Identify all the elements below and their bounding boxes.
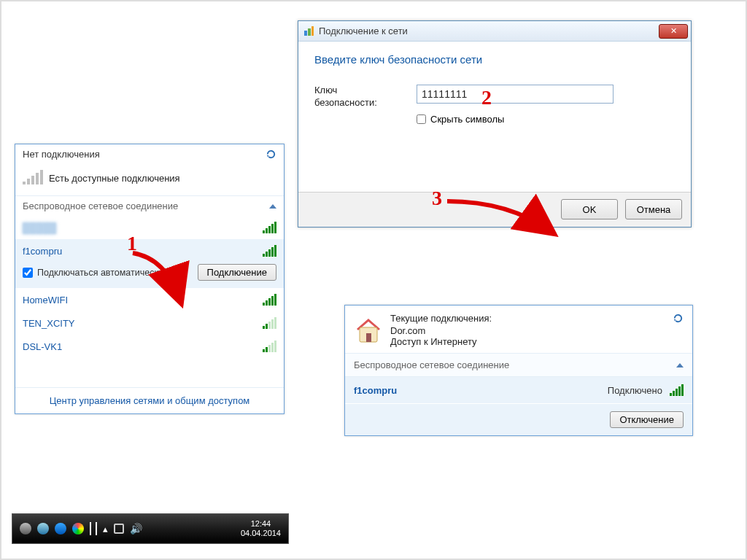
network-name: f1compru: [354, 385, 397, 396]
wireless-category[interactable]: Беспроводное сетевое соединение: [345, 353, 692, 377]
taskbar-time: 12:44: [241, 519, 281, 529]
wifi-icon: [263, 317, 276, 329]
refresh-icon[interactable]: [266, 149, 276, 160]
network-name: f1compru: [23, 246, 62, 257]
taskbar-date: 04.04.2014: [241, 529, 281, 538]
svg-rect-0: [304, 31, 307, 36]
tray-icon[interactable]: [72, 523, 84, 534]
wireless-category[interactable]: Беспроводное сетевое соединение: [15, 196, 284, 216]
network-name-blurred: █████: [23, 222, 56, 233]
close-button[interactable]: ✕: [659, 24, 688, 39]
chevron-up-icon: [269, 204, 276, 209]
refresh-icon[interactable]: [673, 313, 684, 324]
dialog-body: Введите ключ безопасности сети Ключ безо…: [298, 42, 691, 192]
network-item[interactable]: DSL-VK1: [15, 335, 284, 358]
network-center-link[interactable]: Центр управления сетями и общим доступом: [15, 387, 284, 413]
shield-network-icon: [303, 26, 314, 37]
dialog-title: Подключение к сети: [319, 26, 408, 36]
auto-connect-label: Подключаться автоматически: [37, 268, 163, 278]
signal-bars-icon: [23, 170, 43, 184]
network-item[interactable]: HomeWIFI: [15, 288, 284, 311]
current-connections-flyout: Текущие подключения: Dor.com Доступ к Ин…: [344, 305, 693, 436]
svg-rect-1: [308, 28, 311, 36]
taskbar: ▴ 🔊 12:44 04.04.2014: [12, 513, 289, 544]
network-item-connected[interactable]: f1compru Подключено: [345, 377, 692, 403]
tray-icon[interactable]: [20, 523, 31, 534]
auto-connect-checkbox[interactable]: Подключаться автоматически: [23, 268, 163, 278]
wifi-icon: [263, 222, 276, 233]
category-label: Беспроводное сетевое соединение: [23, 201, 178, 211]
network-name: HomeWIFI: [23, 295, 68, 306]
wifi-icon: [670, 384, 684, 396]
status-text: Есть доступные подключения: [49, 173, 180, 184]
connect-button[interactable]: Подключение: [198, 264, 276, 281]
taskbar-clock[interactable]: 12:44 04.04.2014: [241, 519, 281, 538]
key-label: Ключ безопасности:: [314, 85, 395, 109]
connect-dialog: Подключение к сети ✕ Введите ключ безопа…: [298, 20, 692, 228]
disconnect-button[interactable]: Отключение: [610, 411, 684, 428]
dialog-heading: Введите ключ безопасности сети: [314, 53, 675, 66]
wifi-icon: [263, 294, 276, 306]
network-item-blurred[interactable]: █████: [15, 216, 284, 239]
tray-icon[interactable]: [114, 524, 124, 534]
wifi-icon: [263, 341, 276, 352]
network-item[interactable]: TEN_XCITY: [15, 311, 284, 335]
svg-rect-2: [311, 26, 314, 36]
tray-icon[interactable]: [90, 522, 97, 535]
home-network-icon: [354, 317, 383, 343]
chevron-up-icon: [676, 363, 684, 368]
network-name: DSL-VK1: [23, 341, 62, 352]
svg-rect-5: [366, 333, 371, 342]
tray-icon[interactable]: [37, 523, 49, 534]
volume-icon[interactable]: 🔊: [130, 523, 142, 534]
flyout-title: Нет подключения: [23, 149, 100, 160]
status-line: Есть доступные подключения: [15, 164, 284, 196]
ok-button[interactable]: OK: [561, 199, 618, 219]
network-row[interactable]: f1compru: [15, 239, 284, 260]
dialog-footer: OK Отмена: [298, 192, 691, 227]
network-item-selected: f1compru Подключаться автоматически Подк…: [15, 239, 284, 288]
security-key-input[interactable]: [417, 85, 614, 104]
title-bar: Подключение к сети ✕: [298, 21, 691, 42]
category-label: Беспроводное сетевое соединение: [354, 359, 509, 370]
network-name: TEN_XCITY: [23, 318, 75, 329]
flyout-header: Текущие подключения: Dor.com Доступ к Ин…: [345, 306, 692, 353]
auto-connect-input[interactable]: [23, 268, 33, 278]
connection-status: Доступ к Интернету: [390, 336, 492, 347]
hide-chars-label: Скрыть символы: [430, 114, 504, 125]
connections-title: Текущие подключения:: [390, 313, 492, 324]
network-flyout: Нет подключения Есть доступные подключен…: [15, 144, 285, 414]
tray-icon[interactable]: [55, 523, 66, 534]
connection-name: Dor.com: [390, 325, 492, 336]
chevron-up-icon[interactable]: ▴: [103, 524, 108, 534]
wifi-icon: [263, 245, 276, 257]
flyout-header: Нет подключения: [15, 144, 284, 164]
network-state: Подключено: [608, 385, 662, 396]
cancel-button[interactable]: Отмена: [625, 199, 682, 219]
hide-chars-checkbox[interactable]: [417, 114, 426, 124]
